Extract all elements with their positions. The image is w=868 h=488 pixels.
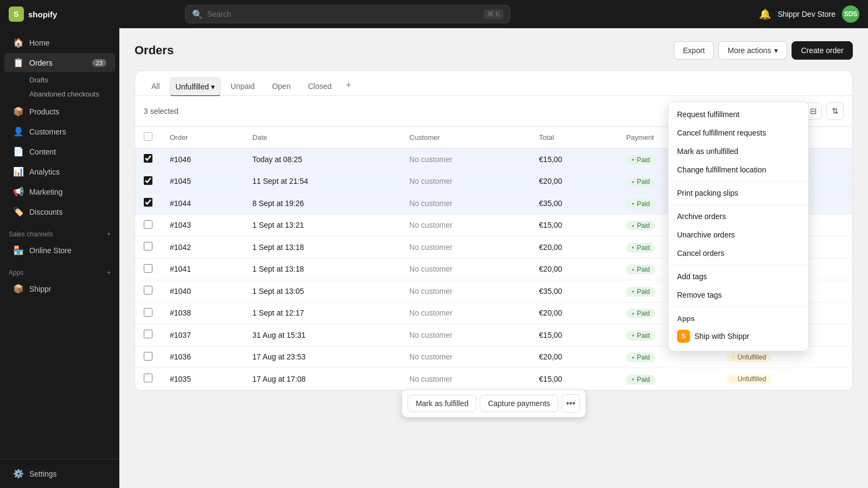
sidebar-item-abandoned-checkouts[interactable]: Abandoned checkouts bbox=[25, 87, 115, 101]
dropdown-request-fulfillment[interactable]: Request fulfillment bbox=[668, 105, 808, 124]
row-order-id[interactable]: #1037 bbox=[161, 324, 244, 346]
more-actions-button[interactable]: More actions ▾ bbox=[718, 41, 787, 60]
row-checkbox[interactable] bbox=[144, 264, 152, 273]
row-order-id[interactable]: #1038 bbox=[161, 302, 244, 324]
row-checkbox-cell[interactable] bbox=[135, 258, 161, 280]
dropdown-cancel-orders[interactable]: Cancel orders bbox=[668, 244, 808, 262]
order-link[interactable]: #1046 bbox=[170, 155, 191, 164]
row-checkbox[interactable] bbox=[144, 308, 152, 317]
dropdown-cancel-fulfillment-requests[interactable]: Cancel fulfillment requests bbox=[668, 124, 808, 142]
row-checkbox-cell[interactable] bbox=[135, 170, 161, 192]
tab-all[interactable]: All bbox=[144, 78, 168, 96]
sidebar-item-content[interactable]: 📄 Content bbox=[4, 142, 115, 161]
row-checkbox[interactable] bbox=[144, 330, 152, 338]
sort-button[interactable]: ⇅ bbox=[826, 102, 844, 120]
notification-bell-icon[interactable]: 🔔 bbox=[759, 8, 771, 20]
row-checkbox-cell[interactable] bbox=[135, 192, 161, 215]
row-order-id[interactable]: #1042 bbox=[161, 236, 244, 259]
row-checkbox[interactable] bbox=[144, 286, 152, 294]
row-checkbox-cell[interactable] bbox=[135, 346, 161, 368]
sidebar-item-discounts[interactable]: 🏷️ Discounts bbox=[4, 202, 115, 221]
row-checkbox[interactable] bbox=[144, 374, 152, 382]
avatar[interactable]: SDS bbox=[842, 5, 859, 23]
row-checkbox-cell[interactable] bbox=[135, 280, 161, 303]
row-order-id[interactable]: #1036 bbox=[161, 346, 244, 368]
search-input[interactable] bbox=[207, 10, 480, 18]
tab-open[interactable]: Open bbox=[264, 78, 298, 96]
dropdown-mark-unfulfilled[interactable]: Mark as unfulfilled bbox=[668, 142, 808, 160]
order-link[interactable]: #1035 bbox=[170, 375, 191, 383]
dropdown-divider-1 bbox=[668, 181, 808, 182]
sidebar-item-online-store[interactable]: 🏪 Online Store bbox=[4, 241, 115, 260]
dropdown-unarchive-orders[interactable]: Unarchive orders bbox=[668, 226, 808, 244]
table-row[interactable]: #1035 17 Aug at 17:08 No customer €15,00… bbox=[135, 368, 852, 390]
row-order-id[interactable]: #1045 bbox=[161, 170, 244, 192]
sidebar-item-drafts[interactable]: Drafts bbox=[25, 73, 115, 87]
tab-unfulfilled[interactable]: Unfulfilled ▾ bbox=[170, 78, 221, 96]
tab-add-icon[interactable]: + bbox=[341, 78, 356, 95]
tab-unfulfilled-chevron-icon[interactable]: ▾ bbox=[211, 82, 215, 91]
search-bar[interactable]: 🔍 ⌘ K bbox=[185, 5, 510, 23]
mark-fulfilled-button[interactable]: Mark as fulfilled bbox=[407, 395, 476, 412]
sidebar-item-shippr[interactable]: 📦 Shippr bbox=[4, 279, 115, 298]
export-button[interactable]: Export bbox=[674, 41, 714, 60]
sidebar-item-customers[interactable]: 👤 Customers bbox=[4, 122, 115, 141]
row-checkbox-cell[interactable] bbox=[135, 236, 161, 259]
order-link[interactable]: #1042 bbox=[170, 243, 191, 252]
row-order-id[interactable]: #1040 bbox=[161, 280, 244, 303]
order-link[interactable]: #1045 bbox=[170, 177, 191, 185]
dropdown-add-tags[interactable]: Add tags bbox=[668, 267, 808, 286]
row-checkbox-cell[interactable] bbox=[135, 149, 161, 171]
row-checkbox-cell[interactable] bbox=[135, 368, 161, 390]
tab-closed[interactable]: Closed bbox=[301, 78, 340, 96]
sidebar-item-marketing[interactable]: 📢 Marketing bbox=[4, 182, 115, 201]
row-date: Today at 08:25 bbox=[244, 149, 400, 171]
sidebar-item-orders[interactable]: 📋 Orders 23 bbox=[4, 53, 115, 72]
select-all-checkbox[interactable] bbox=[144, 132, 152, 141]
row-checkbox-cell[interactable] bbox=[135, 214, 161, 236]
order-link[interactable]: #1038 bbox=[170, 309, 191, 317]
create-order-button[interactable]: Create order bbox=[792, 41, 853, 60]
select-all-header[interactable] bbox=[135, 127, 161, 149]
row-order-id[interactable]: #1043 bbox=[161, 214, 244, 236]
row-checkbox-cell[interactable] bbox=[135, 324, 161, 346]
row-checkbox[interactable] bbox=[144, 352, 152, 361]
row-checkbox-cell[interactable] bbox=[135, 302, 161, 324]
order-link[interactable]: #1037 bbox=[170, 331, 191, 339]
sidebar-item-customers-label: Customers bbox=[29, 127, 66, 136]
order-link[interactable]: #1036 bbox=[170, 352, 191, 361]
sidebar-item-settings[interactable]: ⚙️ Settings bbox=[4, 464, 115, 483]
dropdown-ship-with-shippr[interactable]: S Ship with Shippr bbox=[668, 325, 808, 348]
row-order-id[interactable]: #1041 bbox=[161, 258, 244, 280]
row-order-id[interactable]: #1046 bbox=[161, 149, 244, 171]
row-total: €15,00 bbox=[531, 324, 618, 346]
shippr-icon: 📦 bbox=[13, 284, 24, 294]
sidebar-item-home[interactable]: 🏠 Home bbox=[4, 33, 115, 52]
col-order: Order bbox=[161, 127, 244, 149]
apps-add-icon[interactable]: + bbox=[107, 269, 111, 277]
logo[interactable]: S shopify bbox=[9, 7, 57, 22]
order-link[interactable]: #1043 bbox=[170, 221, 191, 229]
row-checkbox[interactable] bbox=[144, 242, 152, 251]
row-order-id[interactable]: #1035 bbox=[161, 368, 244, 390]
row-checkbox[interactable] bbox=[144, 176, 152, 185]
order-link[interactable]: #1040 bbox=[170, 287, 191, 296]
sidebar-item-products[interactable]: 📦 Products bbox=[4, 102, 115, 121]
capture-payments-button[interactable]: Capture payments bbox=[480, 395, 558, 412]
action-bar-more-button[interactable]: ••• bbox=[561, 394, 580, 413]
dropdown-change-location[interactable]: Change fulfillment location bbox=[668, 160, 808, 179]
row-order-id[interactable]: #1044 bbox=[161, 192, 244, 215]
row-checkbox[interactable] bbox=[144, 154, 152, 163]
order-link[interactable]: #1041 bbox=[170, 265, 191, 273]
tab-unpaid[interactable]: Unpaid bbox=[223, 78, 262, 96]
sidebar-item-analytics[interactable]: 📊 Analytics bbox=[4, 162, 115, 181]
dropdown-print-packing-slips[interactable]: Print packing slips bbox=[668, 184, 808, 202]
dropdown-archive-orders[interactable]: Archive orders bbox=[668, 207, 808, 226]
sales-channels-add-icon[interactable]: + bbox=[107, 230, 111, 238]
dropdown-remove-tags[interactable]: Remove tags bbox=[668, 286, 808, 304]
search-shortcut: ⌘ K bbox=[484, 9, 503, 19]
row-checkbox[interactable] bbox=[144, 220, 152, 229]
more-actions-dropdown: Request fulfillment Cancel fulfillment r… bbox=[668, 101, 809, 351]
order-link[interactable]: #1044 bbox=[170, 199, 191, 208]
row-checkbox[interactable] bbox=[144, 198, 152, 207]
